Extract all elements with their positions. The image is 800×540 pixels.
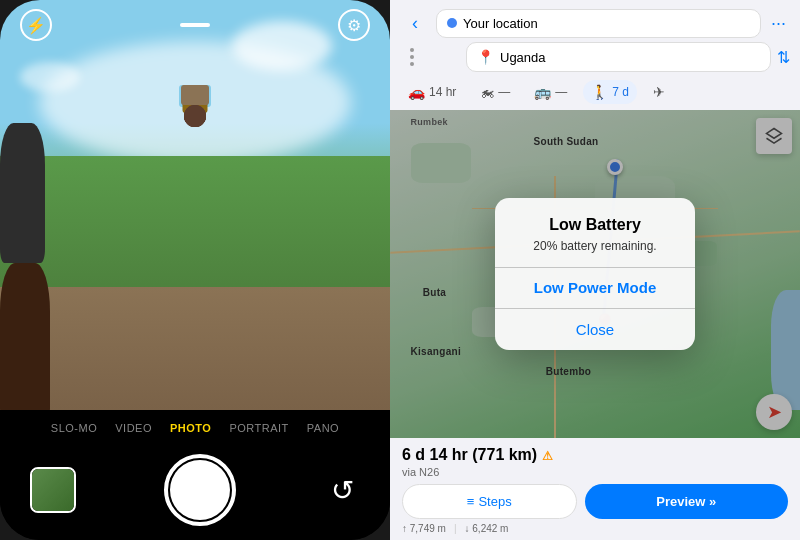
warning-icon: ⚠ [542,449,553,463]
transport-fly[interactable]: ✈ [645,80,673,104]
preview-button[interactable]: Preview » [585,484,788,519]
camera-bottom: SLO-MO VIDEO PHOTO PORTRAIT PANO ↺ [0,410,390,540]
dynamic-island [180,23,210,27]
fly-icon: ✈ [653,84,665,100]
swap-direction-button[interactable]: ⇅ [777,48,790,67]
transport-modes: 🚗 14 hr 🏍 — 🚌 — 🚶 7 d ✈ [400,76,790,106]
photo-thumbnail[interactable] [30,467,76,513]
mode-photo[interactable]: PHOTO [170,422,211,434]
people-scene [0,123,390,410]
transit-icon: 🚌 [534,84,551,100]
shutter-button[interactable] [164,454,236,526]
steps-button[interactable]: ≡ Steps [402,484,577,519]
preview-label: Preview » [656,494,716,509]
mode-video[interactable]: VIDEO [115,422,152,434]
elevation-down: ↓ 6,242 m [465,523,509,534]
route-dots-icon [400,42,424,72]
maps-panel: ‹ Your location ··· 📍 Uganda ⇅ 🚗 [390,0,800,540]
transit-time: — [555,85,567,99]
origin-text: Your location [463,16,538,31]
walk-time: 7 d [612,85,629,99]
destination-pin-icon: 📍 [477,49,494,65]
mode-slomo[interactable]: SLO-MO [51,422,97,434]
walk-icon: 🚶 [591,84,608,100]
steps-icon: ≡ [467,494,475,509]
more-options-button[interactable]: ··· [767,13,790,34]
camera-controls: ↺ [0,440,390,540]
flip-camera-icon[interactable]: ↺ [324,472,360,508]
person-2 [0,263,50,410]
origin-search-field[interactable]: Your location [436,9,761,38]
camera-panel: ⚡ ⚙ [0,0,390,540]
settings-icon[interactable]: ⚙ [338,9,370,41]
route-via: via N26 [402,466,788,478]
maps-top-row: ‹ Your location ··· [400,8,790,38]
map-area[interactable]: South Sudan Buta Kisangani Butembo Rumbe… [390,110,800,438]
alert-overlay: Low Battery 20% battery remaining. Low P… [390,110,800,438]
alert-title: Low Battery [511,216,679,234]
alert-message: 20% battery remaining. [511,238,679,255]
moto-icon: 🏍 [480,84,494,100]
transport-walk[interactable]: 🚶 7 d [583,80,637,104]
moto-time: — [498,85,510,99]
back-button[interactable]: ‹ [400,8,430,38]
car-icon: 🚗 [408,84,425,100]
camera-top-bar: ⚡ ⚙ [0,0,390,50]
maps-header: ‹ Your location ··· 📍 Uganda ⇅ 🚗 [390,0,800,110]
transport-car[interactable]: 🚗 14 hr [400,80,464,104]
camera-modes: SLO-MO VIDEO PHOTO PORTRAIT PANO [0,410,390,440]
alert-content: Low Battery 20% battery remaining. [495,198,695,267]
route-actions: ≡ Steps Preview » [402,484,788,519]
transport-moto[interactable]: 🏍 — [472,80,518,104]
person-1 [0,123,45,263]
elevation-bar: ↑ 7,749 m | ↓ 6,242 m [402,519,788,536]
mode-portrait[interactable]: PORTRAIT [229,422,288,434]
shutter-inner [170,460,230,520]
low-power-mode-button[interactable]: Low Power Mode [495,267,695,308]
flash-icon[interactable]: ⚡ [20,9,52,41]
location-dot-icon [447,18,457,28]
close-alert-button[interactable]: Close [495,309,695,350]
cloud-3 [20,62,80,92]
car-time: 14 hr [429,85,456,99]
mode-pano[interactable]: PANO [307,422,339,434]
destination-search-field[interactable]: 📍 Uganda [466,42,771,72]
route-summary: 6 d 14 hr (771 km) ⚠ [402,446,788,464]
low-battery-alert: Low Battery 20% battery remaining. Low P… [495,198,695,350]
camera-viewfinder [0,0,390,410]
maps-second-row: 📍 Uganda ⇅ [400,42,790,72]
elevation-up: ↑ 7,749 m [402,523,446,534]
destination-text: Uganda [500,50,546,65]
maps-bottom: 6 d 14 hr (771 km) ⚠ via N26 ≡ Steps Pre… [390,438,800,540]
steps-label: Steps [478,494,511,509]
transport-transit[interactable]: 🚌 — [526,80,575,104]
